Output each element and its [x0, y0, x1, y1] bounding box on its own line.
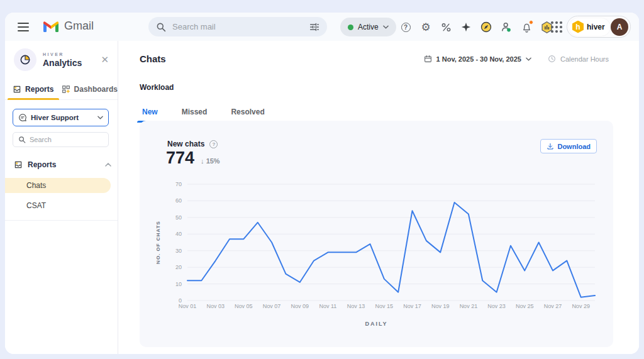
svg-text:Nov 13: Nov 13	[347, 303, 365, 309]
help-icon: ?	[401, 23, 411, 32]
calendar-hours-toggle[interactable]: Calendar Hours	[548, 55, 609, 63]
svg-text:Nov 23: Nov 23	[487, 303, 506, 309]
sidebar-brand: HIVER Analytics ✕	[14, 48, 111, 71]
svg-text:Nov 01: Nov 01	[179, 303, 197, 309]
hiver-logo-icon: h	[572, 21, 584, 33]
chevron-up-icon	[105, 163, 111, 167]
metric-delta: ↓ 15%	[201, 157, 220, 165]
assignee-button[interactable]	[498, 19, 514, 35]
pen-percent-icon	[440, 21, 452, 33]
svg-text:Nov 21: Nov 21	[460, 303, 478, 309]
svg-text:NO. OF CHATS: NO. OF CHATS	[155, 221, 161, 264]
clock-icon	[548, 55, 556, 63]
report-mail-icon	[13, 85, 21, 94]
download-button[interactable]: Download	[540, 139, 597, 153]
search-filter-icon[interactable]	[309, 22, 319, 32]
notifications-button[interactable]	[518, 19, 535, 35]
report-toolbar: 1 Nov, 2025 - 30 Nov, 2025 Calendar Hour…	[424, 55, 609, 63]
svg-text:70: 70	[175, 181, 182, 187]
status-green-dot-icon	[348, 25, 353, 30]
tab-reports[interactable]: Reports	[5, 79, 62, 99]
gmail-wordmark: Gmail	[64, 19, 94, 33]
sidebar-tabs: Reports Dashboards	[5, 79, 118, 100]
report-mail-icon	[14, 160, 23, 169]
delta-value: 15%	[206, 157, 220, 165]
svg-text:20: 20	[175, 264, 182, 270]
main-menu-icon[interactable]	[15, 19, 31, 35]
svg-text:Nov 17: Nov 17	[403, 303, 421, 309]
sidebar-item-chats[interactable]: Chats	[5, 178, 111, 193]
pie-chart-icon	[19, 53, 31, 66]
svg-text:Nov 19: Nov 19	[431, 303, 450, 309]
analytics-main-panel: Chats 1 Nov, 2025 - 30 Nov, 2025 Calenda…	[119, 41, 639, 354]
sidebar-divider	[5, 220, 118, 221]
account-pill[interactable]: h hiver A	[567, 16, 631, 38]
svg-text:Nov 27: Nov 27	[544, 303, 562, 309]
chevron-down-icon	[97, 116, 103, 119]
notification-dot-icon	[529, 20, 533, 25]
gear-icon: ⚙	[421, 22, 430, 33]
settings-button[interactable]: ⚙	[418, 19, 434, 35]
mail-search-input[interactable]	[172, 22, 303, 31]
hiver-analytics-sidebar: HIVER Analytics ✕ Reports	[5, 41, 118, 354]
sidebar-item-chats-label: Chats	[26, 181, 46, 190]
signature-pen-button[interactable]	[438, 19, 454, 35]
inbox-selector-value: Hiver Support	[31, 114, 94, 121]
gmail-m-icon	[43, 20, 59, 33]
delta-arrow-icon: ↓	[201, 157, 204, 165]
svg-text:50: 50	[175, 214, 182, 221]
svg-text:Nov 25: Nov 25	[516, 303, 534, 309]
sidebar-item-csat[interactable]: CSAT	[5, 198, 111, 213]
chevron-down-icon	[526, 57, 531, 61]
hiver-product-chip: h hiver	[569, 18, 610, 36]
analytics-pie-badge	[14, 48, 36, 71]
person-icon	[500, 21, 513, 33]
search-icon	[156, 22, 166, 32]
inbox-selector-dropdown[interactable]: Hiver Support	[13, 109, 109, 126]
svg-text:Nov 29: Nov 29	[572, 303, 590, 309]
dashboard-grid-icon	[62, 85, 70, 94]
calendar-icon	[424, 55, 432, 63]
svg-text:Nov 09: Nov 09	[291, 303, 309, 309]
compass-icon	[480, 21, 492, 33]
user-avatar[interactable]: A	[611, 18, 628, 36]
google-apps-button[interactable]	[550, 20, 564, 34]
svg-text:Nov 05: Nov 05	[235, 303, 253, 309]
metric-label: New chats	[167, 140, 204, 148]
reports-section-label: Reports	[28, 160, 100, 169]
tab-new[interactable]: New	[140, 104, 160, 123]
metric-value: 774	[166, 148, 194, 168]
chevron-down-icon	[383, 25, 389, 29]
tab-reports-label: Reports	[25, 85, 53, 94]
tab-dashboards-label: Dashboards	[74, 85, 118, 94]
gmail-logo: Gmail	[43, 19, 94, 33]
reports-section-header[interactable]: Reports	[14, 158, 111, 172]
gemini-button[interactable]	[458, 19, 474, 35]
page-title: Chats	[140, 53, 166, 64]
svg-text:Nov 15: Nov 15	[375, 303, 394, 309]
mail-search-bar[interactable]	[148, 17, 327, 36]
brand-title: Analytics	[43, 58, 82, 68]
svg-text:60: 60	[175, 197, 182, 204]
sidebar-search-input[interactable]	[30, 136, 103, 143]
date-range-dropdown[interactable]: 1 Nov, 2025 - 30 Nov, 2025	[424, 55, 531, 63]
availability-status-dropdown[interactable]: Active	[340, 18, 396, 36]
tab-dashboards[interactable]: Dashboards	[62, 79, 118, 99]
sidebar-search[interactable]	[13, 132, 109, 147]
download-icon	[547, 143, 554, 150]
svg-text:30: 30	[175, 248, 182, 254]
tab-missed[interactable]: Missed	[179, 104, 210, 123]
workload-section-title: Workload	[140, 83, 174, 92]
svg-text:10: 10	[175, 281, 182, 287]
close-icon[interactable]: ✕	[98, 53, 111, 67]
gmail-window: Gmail Active ? ⚙	[5, 13, 639, 354]
tab-resolved[interactable]: Resolved	[228, 104, 267, 123]
hiver-navigate-button[interactable]	[478, 19, 494, 35]
help-button[interactable]: ?	[397, 19, 414, 35]
sidebar-item-csat-label: CSAT	[26, 201, 46, 210]
chat-bubble-icon	[18, 113, 27, 122]
metric-help-icon[interactable]: ?	[209, 140, 218, 148]
brand-eyebrow: HIVER	[43, 52, 82, 57]
gmail-topbar: Gmail Active ? ⚙	[5, 13, 639, 41]
status-label: Active	[358, 23, 379, 31]
